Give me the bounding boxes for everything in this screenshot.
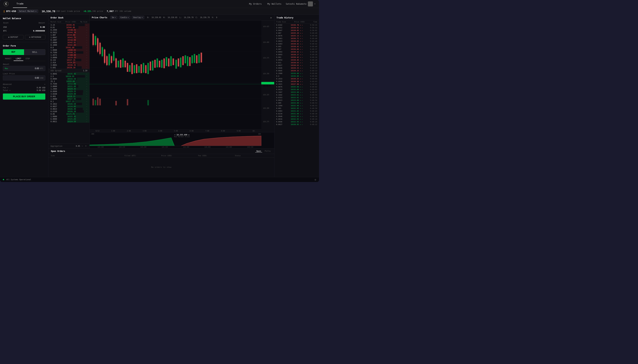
ob-bid-row[interactable]: 25.3 10333.00 - [48,80,90,82]
ob-bid-row[interactable]: 1.0000 10325.45 - [48,115,90,118]
svg-rect-62 [170,56,172,66]
ob-bid-row[interactable]: 0.0984 10333.50 - [48,78,90,80]
ob-bid-row[interactable]: 0.7599 10332.90 - [48,82,90,85]
ob-bid-row[interactable]: 1.2904 10329.35 - [48,88,90,90]
ob-ask-row[interactable]: 0.7599 10340.35 - [48,51,90,54]
svg-rect-50 [143,63,144,73]
overlay-selector[interactable]: Overlay ▾ [132,16,144,19]
ob-ask-row[interactable]: 1.007 10344.00 - [48,34,90,36]
trade-history-row: 0.0046 10332.95 ↗ 9:48:24 [274,120,319,123]
svg-rect-77 [95,100,96,105]
app-logo[interactable]: C [4,2,9,6]
agg-label: Aggregation [51,145,62,147]
tab-market[interactable]: MARKET [3,57,14,61]
fee-value: 0.00 USD [37,87,45,89]
timeframe-selector[interactable]: 5m ▾ [110,16,117,19]
ob-ask-row[interactable]: 0.1000 10342.65 - [48,44,90,46]
ob-ask-row[interactable]: 2.0000 10342.85 - [48,41,90,44]
tab-limit[interactable]: LIMIT [14,57,23,61]
ob-bid-row[interactable]: 3.0268 10329.00 - [48,92,90,95]
time-tick-5: 5:00 [174,130,178,132]
ob-ask-row[interactable]: 0.6 10341.80 - [48,46,90,49]
wallet-balance-section: Wallet Balance Asset Amount USD 0.00 BTC… [0,15,48,42]
ob-bid-row[interactable]: 0.1 10327.25 - [48,100,90,103]
ob-ask-row[interactable]: 1.4371 10340.00 - [48,54,90,56]
user-section[interactable]: Satoshi Nakamoto ▾ [286,2,315,6]
ob-ask-row[interactable]: 0.1087 10342.90 - [48,39,90,41]
trade-history-row: 0.011 10338.63 ↗ 9:49:20 [274,61,319,64]
trade-history-row: 0.2933 10339.25 ↗ 9:49:06 [274,78,319,80]
ob-ask-row[interactable]: 0.132 10337.35 - [48,59,90,61]
ob-ask-row[interactable]: 2.414 10336.55 - [48,61,90,64]
depth-mid-price: — 10,335.690 + [174,134,190,136]
ob-bid-row[interactable]: 6.0000 10325.25 - [48,118,90,120]
ob-ask-row[interactable]: 0.01 10344.40 - [48,26,90,29]
sell-tab[interactable]: SELL [24,49,46,55]
ob-ask-row[interactable]: 1.0000 10340.65 - [48,49,90,51]
market-select-button[interactable]: Select Market ▾ [18,10,38,13]
time-tick-4: 4:00 [158,130,162,132]
ob-ask-row[interactable]: 3.14 10344.45 - [48,24,90,26]
ob-bid-row[interactable]: 0.0037 10326.45 - [48,105,90,108]
limit-price-input[interactable] [5,77,39,79]
ob-ask-row[interactable]: 3.0001 10336.35 - [48,64,90,66]
ob-bid-row[interactable]: 1.0000 10327.95 - [48,98,90,100]
price-currency: USD [56,10,60,12]
tab-fills[interactable]: Fills [264,150,272,152]
ob-bid-row[interactable]: 0.0021 10324.50 - [48,120,90,123]
fee-row: Fee = 0.00 USD [3,86,45,89]
order-book: Order Book Market Size Price (USD) My Si… [48,15,90,148]
buy-tab[interactable]: BUY [3,49,24,55]
svg-rect-73 [196,55,198,64]
time-tick-10: 10: [253,130,255,132]
ob-bid-row[interactable]: 0.6168 10326.30 - [48,110,90,113]
ob-ask-row[interactable]: 5.601 10336.30 - [48,66,90,69]
amount-input[interactable] [9,67,39,70]
ob-bid-row[interactable]: 0.05 10325.75 - [48,113,90,115]
settings-icon[interactable]: ⚙ [315,178,316,181]
my-wallets-button[interactable]: My Wallets [266,2,283,6]
total-label: Total = [3,90,11,91]
withdraw-button[interactable]: ⊖ WITHDRAW [25,35,46,40]
ob-ask-row[interactable]: 0.2999 10344.35 - [48,29,90,31]
chart-type-selector[interactable]: Candle ▾ [119,16,130,19]
deposit-button[interactable]: ⊕ DEPOSIT [3,35,24,40]
trade-history-row: 0.0023 10338.05 ↗ 9:49:48 [274,40,319,42]
ob-bid-row[interactable]: 4.0045 10335.05 - [48,72,90,75]
ob-col-my-size: My Size [81,21,87,23]
agg-increase-button[interactable]: + [85,145,87,147]
chart-expand-icon[interactable]: ▶ [271,16,272,19]
ob-bid-row[interactable]: 0.001 10328.15 - [48,95,90,98]
advanced-section[interactable]: Advanced ▾ [3,82,45,86]
tab-stop[interactable]: STOP [23,57,32,61]
trade-history-row: 0.001 10338.42 ↗ 9:49:26 [274,56,319,58]
my-orders-button[interactable]: My Orders [248,2,263,6]
ob-bid-row[interactable]: 3.0000 10331.00 - [48,85,90,88]
ob-ask-row[interactable]: 3.0000 10339.25 - [48,56,90,59]
price-change: +0.33% 24h price [84,10,103,12]
svg-rect-82 [147,100,149,105]
svg-rect-53 [150,62,151,70]
ob-bid-row[interactable]: 2.5 10334.95 - [48,75,90,78]
ob-bid-row[interactable]: 0.0023 10326.40 - [48,108,90,110]
max-button[interactable]: Max [5,68,8,70]
agg-decrease-button[interactable]: − [81,145,84,147]
ob-ask-row[interactable]: 0.5922 10344.30 - [48,31,90,34]
tab-open[interactable]: Open [255,150,262,152]
ob-ask-row[interactable]: 1.0047 10343.75 - [48,36,90,39]
svg-rect-70 [189,57,191,66]
ob-bid-row[interactable]: 0.1022 10326.50 - [48,103,90,105]
svg-rect-42 [125,61,126,67]
tab-trade[interactable]: Trade [13,0,27,8]
trade-history-row: 0.0024 10335.00 ↗ 9:49:01 [274,88,319,91]
place-order-button[interactable]: PLACE BUY ORDER [3,94,45,100]
order-form-title: Order Form [3,44,45,47]
candlestick-chart[interactable]: $10,425 $10,400 $10,375 $10,350 $10,336.… [90,20,274,132]
ob-bid-row[interactable]: 0.0999 10329.25 - [48,90,90,92]
svg-rect-72 [194,54,195,63]
svg-rect-66 [180,58,181,67]
svg-rect-69 [187,56,188,66]
svg-rect-54 [152,61,153,70]
last-trade-price: 10,336.78 USD Last trade price [42,10,80,13]
btc-label: BTC [3,30,7,32]
